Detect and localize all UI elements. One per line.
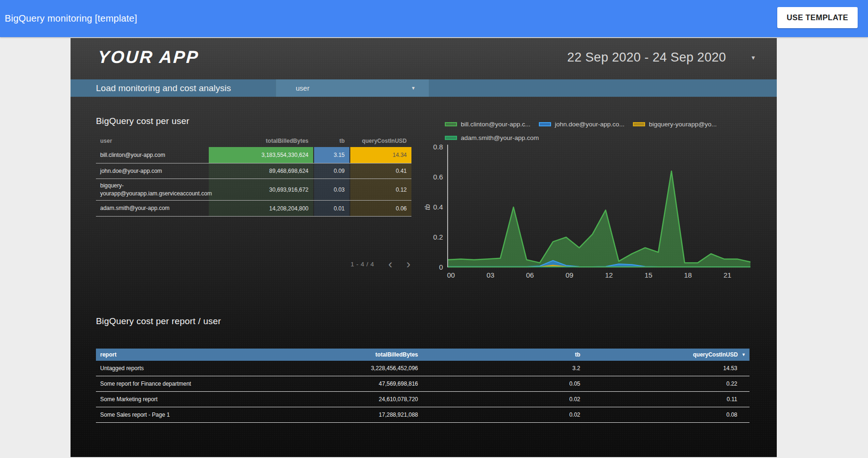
previous-page-icon[interactable]: ‹ <box>388 259 393 269</box>
cost-per-report-title: BigQuery cost per report / user <box>96 316 221 326</box>
user-cell: john.doe@your-app.com <box>96 163 208 179</box>
x-tick-label: 03 <box>487 271 495 279</box>
date-range-picker[interactable]: 22 Sep 2020 - 24 Sep 2020 ▼ <box>567 50 756 65</box>
cost-cell: 0.22 <box>580 380 750 387</box>
bytes-cell: 24,610,078,720 <box>335 396 418 403</box>
cost-cell: 0.41 <box>350 163 411 179</box>
column-header-bytes[interactable]: totalBilledBytes <box>209 138 313 144</box>
filter-bar: Load monitoring and cost analysis user ▼ <box>71 79 777 97</box>
chevron-down-icon: ▼ <box>411 85 416 91</box>
report-title: BigQuery monitoring [template] <box>5 0 137 37</box>
filter-bar-title: Load monitoring and cost analysis <box>96 79 231 97</box>
cost-area-chart[interactable]: 00.20.40.60.8tb0003060912151821 <box>424 141 753 284</box>
report-cell: Some Marketing report <box>96 396 335 403</box>
report-canvas: YOUR APP 22 Sep 2020 - 24 Sep 2020 ▼ Loa… <box>71 38 777 457</box>
table-row: Untagged reports 3,228,456,452,096 3.2 1… <box>96 361 750 376</box>
legend-item[interactable]: adam.smith@your-app.com <box>445 134 539 141</box>
table-header-row: report totalBilledBytes tb queryCostInUS… <box>96 349 750 361</box>
next-page-icon[interactable]: › <box>406 259 410 269</box>
table-row: bill.clinton@your-app.com 3,183,554,330,… <box>96 147 411 163</box>
area-series-0 <box>448 171 750 267</box>
cost-cell: 14.34 <box>350 147 411 163</box>
bytes-cell: 3,228,456,452,096 <box>335 365 418 372</box>
column-header-cost[interactable]: queryCostInUSD <box>350 138 411 144</box>
x-tick-label: 09 <box>566 271 574 279</box>
table-row: Some report for Finance department 47,56… <box>96 376 750 392</box>
legend-item[interactable]: bill.clinton@your-app.c... <box>445 121 530 128</box>
table-row: Some Sales report - Page 1 17,288,921,08… <box>96 407 750 423</box>
table-row: adam.smith@your-app.com 14,208,204,800 0… <box>96 200 411 216</box>
tb-cell: 0.05 <box>418 380 580 387</box>
page: BigQuery monitoring [template] USE TEMPL… <box>0 0 868 458</box>
cost-cell: 0.08 <box>580 411 750 418</box>
dropdown-selected-value: user <box>296 84 309 92</box>
sort-descending-icon: ▼ <box>742 352 746 357</box>
bytes-cell: 89,468,698,624 <box>209 163 313 179</box>
series-color-swatch <box>445 136 457 140</box>
table-row: bigquery- yourapp@yourapp.iam.gserviceac… <box>96 179 411 200</box>
cost-per-report-table: report totalBilledBytes tb queryCostInUS… <box>96 349 750 423</box>
x-tick-label: 15 <box>645 271 653 279</box>
bytes-cell: 17,288,921,088 <box>335 411 418 418</box>
legend-label: bill.clinton@your-app.c... <box>461 121 530 128</box>
user-cell: bigquery- yourapp@yourapp.iam.gserviceac… <box>96 179 208 200</box>
x-tick-label: 21 <box>724 271 732 279</box>
cost-cell: 0.06 <box>350 201 411 216</box>
series-color-swatch <box>633 122 645 126</box>
series-color-swatch <box>539 122 551 126</box>
date-range-value: 22 Sep 2020 - 24 Sep 2020 <box>567 50 726 65</box>
column-header-tb[interactable]: tb <box>418 351 580 358</box>
cost-per-user-title: BigQuery cost per user <box>96 116 189 126</box>
user-filter-dropdown[interactable]: user ▼ <box>276 79 429 97</box>
cost-cell: 0.11 <box>580 396 750 403</box>
chevron-down-icon: ▼ <box>750 54 756 61</box>
table-header-row: user totalBilledBytes tb queryCostInUSD <box>96 134 411 147</box>
app-topbar: BigQuery monitoring [template] USE TEMPL… <box>0 0 868 37</box>
use-template-button[interactable]: USE TEMPLATE <box>777 7 858 28</box>
cost-per-user-table: user totalBilledBytes tb queryCostInUSD … <box>96 134 411 217</box>
column-header-tb[interactable]: tb <box>314 138 349 144</box>
tb-cell: 0.02 <box>418 411 580 418</box>
tb-cell: 3.2 <box>418 365 580 372</box>
x-tick-label: 06 <box>526 271 534 279</box>
bytes-cell: 3,183,554,330,624 <box>209 147 313 163</box>
column-header-bytes[interactable]: totalBilledBytes <box>335 351 418 358</box>
tb-cell: 0.01 <box>314 201 349 216</box>
your-app-logo: YOUR APP <box>97 47 200 67</box>
area-chart-svg[interactable]: 00.20.40.60.8tb0003060912151821 <box>424 141 753 284</box>
y-tick-label: 0.8 <box>433 143 443 151</box>
y-axis-label: tb <box>424 204 431 210</box>
x-tick-label: 18 <box>684 271 692 279</box>
tb-cell: 3.15 <box>314 147 349 163</box>
bytes-cell: 30,693,916,672 <box>209 179 313 200</box>
column-header-cost[interactable]: queryCostInUSD ▼ <box>580 351 750 358</box>
report-cell: Some Sales report - Page 1 <box>96 411 335 418</box>
bytes-cell: 47,569,698,816 <box>335 380 418 387</box>
x-tick-label: 12 <box>605 271 613 279</box>
legend-label: adam.smith@your-app.com <box>461 134 539 141</box>
table-row: Some Marketing report 24,610,078,720 0.0… <box>96 392 750 407</box>
legend-label: bigquery-yourapp@yo... <box>649 121 717 128</box>
y-tick-label: 0.4 <box>433 203 443 211</box>
user-cell: adam.smith@your-app.com <box>96 201 208 216</box>
cost-cell: 14.53 <box>580 365 750 372</box>
y-tick-label: 0.2 <box>433 233 443 241</box>
tb-cell: 0.03 <box>314 179 349 200</box>
y-tick-label: 0.6 <box>433 173 443 181</box>
column-header-report[interactable]: report <box>96 351 335 358</box>
tb-cell: 0.09 <box>314 163 349 179</box>
column-header-user[interactable]: user <box>96 138 208 144</box>
series-color-swatch <box>445 122 457 126</box>
pagination-range: 1 - 4 / 4 <box>350 261 374 268</box>
report-cell: Untagged reports <box>96 365 335 372</box>
user-cell: bill.clinton@your-app.com <box>96 147 208 163</box>
x-tick-label: 00 <box>447 271 455 279</box>
table-pagination: 1 - 4 / 4 ‹ › <box>96 258 410 270</box>
report-cell: Some report for Finance department <box>96 380 335 387</box>
legend-label: john.doe@your-app.co... <box>555 121 624 128</box>
bytes-cell: 14,208,204,800 <box>209 201 313 216</box>
legend-item[interactable]: bigquery-yourapp@yo... <box>633 121 717 128</box>
tb-cell: 0.02 <box>418 396 580 403</box>
legend-item[interactable]: john.doe@your-app.co... <box>539 121 624 128</box>
y-tick-label: 0 <box>439 263 443 271</box>
